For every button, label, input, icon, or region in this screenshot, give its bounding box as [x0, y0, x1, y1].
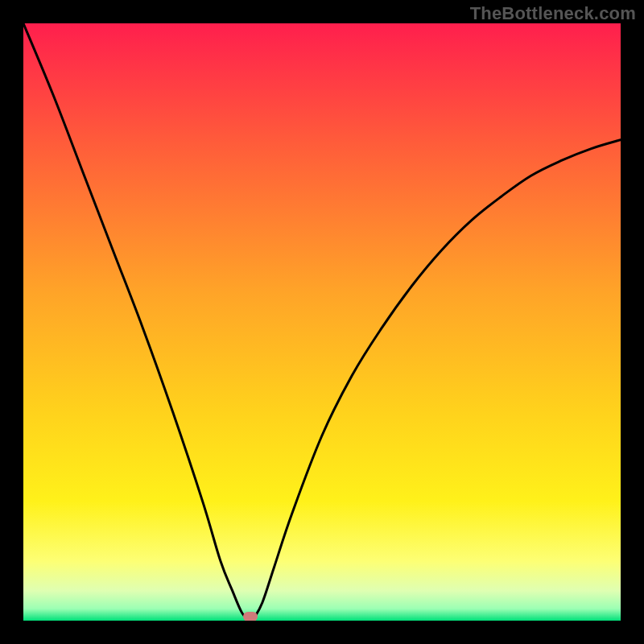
curve-layer: [23, 23, 621, 621]
bottleneck-curve: [23, 23, 621, 621]
chart-frame: TheBottleneck.com: [0, 0, 644, 644]
watermark-text: TheBottleneck.com: [470, 3, 636, 24]
plot-area: [23, 23, 621, 621]
optimum-marker: [243, 612, 258, 621]
